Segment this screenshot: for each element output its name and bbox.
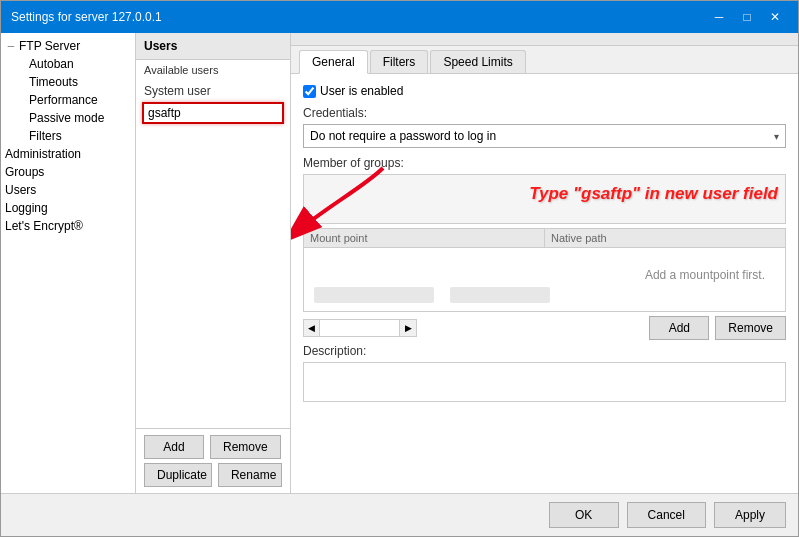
tab-filters[interactable]: Filters: [370, 50, 429, 73]
scroll-track: [320, 320, 400, 336]
user-enabled-label: User is enabled: [303, 84, 403, 98]
title-bar: Settings for server 127.0.0.1 ─ □ ✕: [1, 1, 798, 33]
minimize-button[interactable]: ─: [706, 7, 732, 27]
users-btn-row-2: Duplicate Rename: [144, 463, 282, 487]
main-content: ─ FTP Server Autoban Timeouts Performanc…: [1, 33, 798, 493]
bottom-bar: OK Cancel Apply: [1, 493, 798, 536]
tab-content-general: User is enabled Credentials: Do not requ…: [291, 74, 798, 493]
user-enabled-text: User is enabled: [320, 84, 403, 98]
user-enabled-checkbox[interactable]: [303, 85, 316, 98]
remove-user-button[interactable]: Remove: [210, 435, 281, 459]
right-panel: General Filters Speed Limits User is ena…: [291, 33, 798, 493]
sidebar-item-groups[interactable]: Groups: [1, 163, 135, 181]
user-enabled-row: User is enabled: [303, 84, 786, 98]
tabs-bar: General Filters Speed Limits: [291, 46, 798, 74]
users-panel-buttons: Add Remove Duplicate Rename: [136, 428, 290, 493]
system-user-item[interactable]: System user: [138, 82, 288, 100]
sidebar-item-label: Timeouts: [29, 75, 78, 89]
credentials-label: Credentials:: [303, 106, 786, 120]
mountpoints-section: Mount point Native path Add a mountpoint…: [303, 228, 786, 340]
dropdown-arrow-icon: ▾: [774, 131, 779, 142]
add-mountpoint-button[interactable]: Add: [649, 316, 709, 340]
users-panel: Users Available users System user Add Re…: [136, 33, 291, 493]
apply-button[interactable]: Apply: [714, 502, 786, 528]
rename-user-button[interactable]: Rename: [218, 463, 282, 487]
sidebar-item-label: Passive mode: [29, 111, 104, 125]
groups-list: [303, 174, 786, 224]
maximize-button[interactable]: □: [734, 7, 760, 27]
sidebar-item-label: Performance: [29, 93, 98, 107]
credentials-dropdown[interactable]: Do not require a password to log in ▾: [303, 124, 786, 148]
users-panel-header: Users: [136, 33, 290, 60]
close-button[interactable]: ✕: [762, 7, 788, 27]
sidebar-item-timeouts[interactable]: Timeouts: [1, 73, 135, 91]
sidebar-item-label: Filters: [29, 129, 62, 143]
users-btn-row-1: Add Remove: [144, 435, 282, 459]
system-user-label: System user: [144, 84, 211, 98]
mountpoint-col-header: Mount point: [304, 229, 545, 247]
remove-mountpoint-button[interactable]: Remove: [715, 316, 786, 340]
right-panel-header: [291, 33, 798, 46]
sidebar-item-logging[interactable]: Logging: [1, 199, 135, 217]
sidebar: ─ FTP Server Autoban Timeouts Performanc…: [1, 33, 136, 493]
tab-speed-limits[interactable]: Speed Limits: [430, 50, 525, 73]
window-controls: ─ □ ✕: [706, 7, 788, 27]
credentials-value: Do not require a password to log in: [310, 129, 496, 143]
scroll-right-btn[interactable]: ▶: [400, 320, 416, 336]
available-users-label: Available users: [136, 60, 290, 80]
tab-general-label: General: [312, 55, 355, 69]
mountpoints-rows: Add a mountpoint first.: [303, 247, 786, 312]
scroll-left-btn[interactable]: ◀: [304, 320, 320, 336]
mountpoints-nav-row: ◀ ▶ Add Remove: [303, 316, 786, 340]
ok-button[interactable]: OK: [549, 502, 619, 528]
sidebar-item-label: Autoban: [29, 57, 74, 71]
sidebar-item-label: Users: [5, 183, 36, 197]
expand-icon: ─: [5, 41, 17, 51]
tab-general[interactable]: General: [299, 50, 368, 74]
sidebar-item-administration[interactable]: Administration: [1, 145, 135, 163]
sidebar-item-letsencrypt[interactable]: Let's Encrypt®: [1, 217, 135, 235]
add-user-button[interactable]: Add: [144, 435, 204, 459]
sidebar-item-autoban[interactable]: Autoban: [1, 55, 135, 73]
new-user-input[interactable]: [142, 102, 284, 124]
sidebar-item-filters[interactable]: Filters: [1, 127, 135, 145]
sidebar-item-performance[interactable]: Performance: [1, 91, 135, 109]
window-title: Settings for server 127.0.0.1: [11, 10, 162, 24]
sidebar-item-users[interactable]: Users: [1, 181, 135, 199]
sidebar-item-label: Groups: [5, 165, 44, 179]
sidebar-item-label: Administration: [5, 147, 81, 161]
member-of-groups-label: Member of groups:: [303, 156, 786, 170]
mountpoints-header: Mount point Native path: [303, 228, 786, 247]
tab-speed-limits-label: Speed Limits: [443, 55, 512, 69]
cancel-button[interactable]: Cancel: [627, 502, 706, 528]
users-list: System user: [136, 80, 290, 428]
description-textarea[interactable]: [303, 362, 786, 402]
sidebar-item-label: Let's Encrypt®: [5, 219, 83, 233]
main-window: Settings for server 127.0.0.1 ─ □ ✕ ─ FT…: [0, 0, 799, 537]
sidebar-item-label: FTP Server: [19, 39, 80, 53]
duplicate-user-button[interactable]: Duplicate: [144, 463, 212, 487]
nativepath-col-header: Native path: [545, 229, 785, 247]
scroll-nav: ◀ ▶: [303, 319, 417, 337]
sidebar-item-passive-mode[interactable]: Passive mode: [1, 109, 135, 127]
sidebar-item-ftp-server[interactable]: ─ FTP Server: [1, 37, 135, 55]
sidebar-item-label: Logging: [5, 201, 48, 215]
new-user-row: [138, 100, 288, 126]
tab-filters-label: Filters: [383, 55, 416, 69]
add-mountpoint-msg: Add a mountpoint first.: [645, 268, 765, 282]
description-label: Description:: [303, 344, 786, 358]
